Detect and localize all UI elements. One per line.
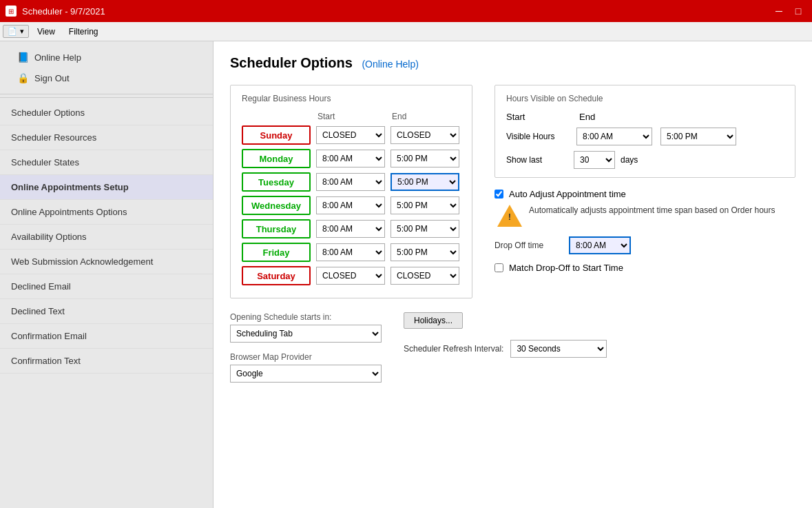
- browser-map-label: Browser Map Provider: [230, 352, 382, 362]
- match-drop-off-checkbox[interactable]: [495, 263, 503, 272]
- visible-end-select[interactable]: 5:00 PM: [660, 128, 736, 145]
- filtering-menu[interactable]: Filtering: [63, 26, 104, 38]
- refresh-row: Scheduler Refresh Interval: 30 Seconds 1…: [404, 340, 795, 358]
- sidebar-item-availability-options[interactable]: Availability Options: [0, 225, 213, 250]
- title-bar: ⊞ Scheduler - 9/7/2021 ─ □: [0, 0, 812, 22]
- monday-start-select[interactable]: 8:00 AM: [316, 150, 385, 167]
- file-menu-button[interactable]: 📄 ▾: [3, 25, 29, 38]
- drop-off-select[interactable]: 8:00 AM: [569, 236, 631, 254]
- saturday-button[interactable]: Saturday: [242, 266, 311, 285]
- window-title: Scheduler - 9/7/2021: [22, 6, 105, 17]
- wednesday-row: Wednesday 8:00 AM 5:00 PM: [242, 196, 461, 215]
- opening-schedule-select[interactable]: Scheduling Tab: [230, 325, 382, 343]
- tuesday-end-select[interactable]: 5:00 PM: [391, 173, 459, 191]
- main-two-col: Regular Business Hours Start End Sunday …: [230, 85, 795, 298]
- content-area: Scheduler Options (Online Help) Regular …: [214, 41, 812, 508]
- show-last-select[interactable]: 30: [574, 151, 615, 169]
- wednesday-button[interactable]: Wednesday: [242, 196, 311, 215]
- hours-visible-title: Hours Visible on Schedule: [506, 94, 784, 103]
- auto-adjust-row: Auto Adjust Appointment time: [495, 189, 795, 199]
- page-title: Scheduler Options (Online Help): [230, 55, 795, 71]
- lower-section: Opening Schedule starts in: Scheduling T…: [230, 312, 795, 392]
- start-header: Start: [317, 112, 386, 121]
- drop-off-label: Drop Off time: [495, 241, 563, 250]
- thursday-start-select[interactable]: 8:00 AM: [316, 220, 385, 238]
- start-col-header: Start: [506, 112, 568, 122]
- lock-icon: 🔒: [17, 72, 29, 84]
- wednesday-end-select[interactable]: 5:00 PM: [391, 196, 459, 214]
- warning-text: Automatically adjusts appointment time s…: [529, 205, 775, 216]
- lower-right: Holidays... Scheduler Refresh Interval: …: [404, 312, 795, 392]
- sidebar-item-web-submission[interactable]: Web Submission Acknowledgement: [0, 250, 213, 274]
- sidebar-item-online-appointments-options[interactable]: Online Appointments Options: [0, 200, 213, 225]
- opening-schedule-group: Opening Schedule starts in: Scheduling T…: [230, 312, 382, 343]
- match-drop-off-label: Match Drop-Off to Start Time: [509, 263, 623, 273]
- thursday-row: Thursday 8:00 AM 5:00 PM: [242, 219, 461, 238]
- saturday-start-select[interactable]: CLOSED: [316, 267, 385, 285]
- sunday-button[interactable]: Sunday: [242, 125, 311, 145]
- tuesday-start-select[interactable]: 8:00 AM: [316, 173, 385, 191]
- business-hours-title: Regular Business Hours: [242, 94, 461, 103]
- friday-button[interactable]: Friday: [242, 243, 311, 262]
- sidebar-item-scheduler-resources[interactable]: Scheduler Resources: [0, 125, 213, 150]
- sign-out-link[interactable]: 🔒 Sign Out: [8, 68, 205, 88]
- thursday-button[interactable]: Thursday: [242, 219, 311, 238]
- sunday-row: Sunday CLOSED CLOSED: [242, 125, 461, 145]
- app-icon: ⊞: [6, 6, 17, 17]
- business-hours-section: Regular Business Hours Start End Sunday …: [230, 85, 472, 298]
- sunday-end-select[interactable]: CLOSED: [391, 126, 459, 144]
- sidebar-item-declined-text[interactable]: Declined Text: [0, 299, 213, 324]
- sidebar-item-confirmation-text[interactable]: Confirmation Text: [0, 349, 213, 374]
- auto-adjust-checkbox[interactable]: [495, 190, 503, 199]
- right-section: Hours Visible on Schedule Start End Visi…: [495, 85, 795, 298]
- lower-left: Opening Schedule starts in: Scheduling T…: [230, 312, 382, 392]
- saturday-end-select[interactable]: CLOSED: [391, 267, 459, 285]
- drop-off-row: Drop Off time 8:00 AM: [495, 236, 795, 254]
- refresh-select[interactable]: 30 Seconds 1 Minute 2 Minutes 5 Minutes: [510, 340, 607, 358]
- monday-button[interactable]: Monday: [242, 149, 311, 168]
- sidebar-item-declined-email[interactable]: Declined Email: [0, 274, 213, 299]
- visible-hours-label: Visible Hours: [506, 132, 568, 141]
- friday-row: Friday 8:00 AM 5:00 PM: [242, 243, 461, 262]
- sidebar-top: 📘 Online Help 🔒 Sign Out: [0, 41, 213, 94]
- file-menu-dropdown: ▾: [20, 27, 24, 36]
- online-help-label: Online Help: [34, 52, 81, 63]
- auto-adjust-label: Auto Adjust Appointment time: [509, 189, 626, 199]
- wednesday-start-select[interactable]: 8:00 AM: [316, 196, 385, 214]
- end-header: End: [392, 112, 461, 121]
- sidebar-item-scheduler-states[interactable]: Scheduler States: [0, 150, 213, 175]
- friday-end-select[interactable]: 5:00 PM: [391, 243, 459, 261]
- hours-header: Start End: [242, 112, 461, 121]
- holidays-button[interactable]: Holidays...: [404, 312, 463, 329]
- visible-start-select[interactable]: 8:00 AM: [576, 128, 652, 145]
- monday-end-select[interactable]: 5:00 PM: [391, 150, 459, 167]
- end-col-header: End: [579, 112, 595, 122]
- tuesday-row: Tuesday 8:00 AM 5:00 PM: [242, 172, 461, 192]
- browser-map-select[interactable]: Google: [230, 365, 382, 383]
- online-help-link[interactable]: 📘 Online Help: [8, 47, 205, 68]
- view-menu[interactable]: View: [32, 26, 61, 38]
- sidebar-item-confirmation-email[interactable]: Confirmation Email: [0, 324, 213, 349]
- browser-map-group: Browser Map Provider Google: [230, 352, 382, 383]
- help-icon: 📘: [17, 51, 29, 63]
- maximize-button[interactable]: □: [790, 3, 806, 19]
- sidebar: 📘 Online Help 🔒 Sign Out Scheduler Optio…: [0, 41, 214, 508]
- monday-row: Monday 8:00 AM 5:00 PM: [242, 149, 461, 168]
- menu-bar: 📄 ▾ View Filtering: [0, 22, 812, 41]
- tuesday-button[interactable]: Tuesday: [242, 172, 311, 192]
- days-label: days: [621, 155, 638, 165]
- hours-visible-section: Hours Visible on Schedule Start End Visi…: [495, 85, 795, 178]
- app-body: 📘 Online Help 🔒 Sign Out Scheduler Optio…: [0, 41, 812, 508]
- minimize-button[interactable]: ─: [771, 3, 787, 19]
- sidebar-item-online-appointments-setup[interactable]: Online Appointments Setup: [0, 175, 213, 200]
- sunday-start-select[interactable]: CLOSED: [316, 126, 385, 144]
- sidebar-item-scheduler-options[interactable]: Scheduler Options: [0, 101, 213, 125]
- online-help-page-link[interactable]: (Online Help): [362, 59, 418, 70]
- sign-out-label: Sign Out: [34, 73, 70, 83]
- saturday-row: Saturday CLOSED CLOSED: [242, 266, 461, 285]
- warning-icon: !: [497, 205, 522, 228]
- thursday-end-select[interactable]: 5:00 PM: [391, 220, 459, 238]
- friday-start-select[interactable]: 8:00 AM: [316, 243, 385, 261]
- show-last-row: Show last 30 days: [506, 151, 784, 169]
- sidebar-divider: [0, 97, 213, 98]
